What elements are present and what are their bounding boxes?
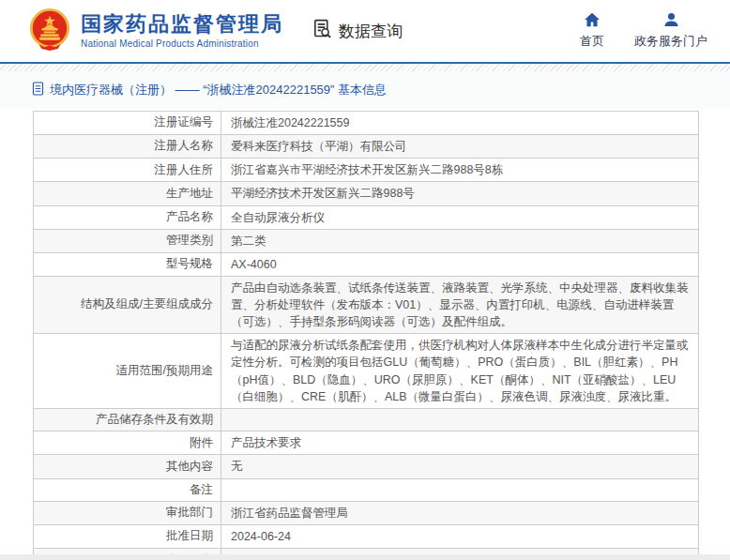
footer-strip xyxy=(0,554,730,560)
row-label-text: 其他内容 xyxy=(166,460,213,473)
table-row: 备注 xyxy=(34,478,699,502)
row-value: 全自动尿液分析仪 xyxy=(221,205,699,229)
row-label-text: 产品储存条件及有效期 xyxy=(96,413,213,426)
table-row: 结构及组成/主要组成成分 产品由自动选条装置、试纸条传送装置、液路装置、光学系统… xyxy=(34,276,699,333)
data-query-button[interactable]: 数据查询 xyxy=(312,18,403,44)
home-icon xyxy=(584,12,601,30)
row-value: AX-4060 xyxy=(221,252,699,276)
row-value: 无 xyxy=(221,455,699,478)
row-label-text: 产品名称 xyxy=(166,210,213,223)
row-value: 浙江省嘉兴市平湖经济技术开发区新兴二路988号8栋 xyxy=(221,159,699,182)
table-row: 适用范围/预期用途 与适配的尿液分析试纸条配套使用，供医疗机构对人体尿液样本中生… xyxy=(34,334,699,409)
table-row: 审批部门 浙江省药品监督管理局 xyxy=(34,502,699,525)
row-label-text: 注册人住所 xyxy=(155,163,214,176)
brand-text: 国家药品监督管理局 National Medical Products Admi… xyxy=(81,13,283,49)
row-label-text: 备注 xyxy=(190,483,213,496)
row-label: 其他内容 xyxy=(34,455,221,478)
row-label-text: 管理类别 xyxy=(166,234,213,247)
nav-portal[interactable]: 政务服务门户 xyxy=(634,12,707,50)
row-value: 浙械注准20242221559 xyxy=(221,112,699,135)
row-label: 批准日期 xyxy=(34,525,221,549)
info-table-body: 注册证编号 浙械注准20242221559 注册人名称 爱科来医疗科技（平湖）有… xyxy=(34,112,699,560)
table-row: 型号规格 AX-4060 xyxy=(34,252,699,276)
table-row: 产品储存条件及有效期 xyxy=(34,408,699,431)
row-value: 平湖经济技术开发区新兴二路988号 xyxy=(221,182,699,205)
data-query-label: 数据查询 xyxy=(339,21,403,42)
row-label-text: 附件 xyxy=(190,436,213,449)
header-hatch-band xyxy=(0,64,730,71)
site-logo[interactable]: 国家药品监督管理局 National Medical Products Admi… xyxy=(28,7,283,55)
nav-home[interactable]: 首页 xyxy=(580,12,604,50)
table-row: 注册人住所 浙江省嘉兴市平湖经济技术开发区新兴二路988号8栋 xyxy=(34,159,699,182)
row-label: 管理类别 xyxy=(34,229,221,252)
document-search-icon xyxy=(312,18,333,44)
site-title: 国家药品监督管理局 xyxy=(81,13,283,36)
site-subtitle: National Medical Products Administration xyxy=(81,38,283,49)
table-row: 管理类别 第二类 xyxy=(34,229,699,252)
breadcrumb: 境内医疗器械（注册） —— “浙械注准20242221559” 基本信息 xyxy=(0,71,730,109)
table-row: 其他内容 无 xyxy=(34,455,699,478)
row-label: 备注 xyxy=(34,478,221,502)
row-label: 注册人名称 xyxy=(34,135,221,159)
row-value xyxy=(221,478,699,502)
row-label: 审批部门 xyxy=(34,502,221,525)
row-value: 产品由自动选条装置、试纸条传送装置、液路装置、光学系统、中央处理器、废料收集装置… xyxy=(221,276,699,333)
national-emblem-icon xyxy=(28,7,71,55)
row-label: 结构及组成/主要组成成分 xyxy=(34,276,221,333)
row-label: 型号规格 xyxy=(34,252,221,276)
top-nav: 首页 政务服务门户 xyxy=(580,12,713,50)
user-icon xyxy=(663,12,679,30)
row-value: 2024-06-24 xyxy=(221,525,699,549)
site-header: 国家药品监督管理局 National Medical Products Admi… xyxy=(0,0,730,62)
row-value: 产品技术要求 xyxy=(221,431,699,455)
table-row: 附件 产品技术要求 xyxy=(34,431,699,455)
row-label-text: 审批部门 xyxy=(166,506,213,519)
table-row: 生产地址 平湖经济技术开发区新兴二路988号 xyxy=(34,182,699,205)
main-content: 注册证编号 浙械注准20242221559 注册人名称 爱科来医疗科技（平湖）有… xyxy=(0,109,730,560)
breadcrumb-text: 境内医疗器械（注册） —— “浙械注准20242221559” 基本信息 xyxy=(50,82,387,98)
row-label: 注册证编号 xyxy=(34,112,221,135)
row-label-text: 结构及组成/主要组成成分 xyxy=(81,297,213,310)
row-label-text: 注册证编号 xyxy=(155,115,214,129)
table-row: 注册证编号 浙械注准20242221559 xyxy=(34,112,699,135)
row-label-text: 注册人名称 xyxy=(155,139,214,152)
table-row: 批准日期 2024-06-24 xyxy=(34,525,699,549)
document-icon xyxy=(32,82,44,98)
row-label-text: 型号规格 xyxy=(166,257,213,270)
nav-portal-label: 政务服务门户 xyxy=(634,33,707,50)
row-label: 适用范围/预期用途 xyxy=(34,334,221,409)
row-value xyxy=(221,408,699,431)
row-value: 爱科来医疗科技（平湖）有限公司 xyxy=(221,135,699,159)
nav-home-label: 首页 xyxy=(580,33,604,50)
table-row: 产品名称 全自动尿液分析仪 xyxy=(34,205,699,229)
page: 国家药品监督管理局 National Medical Products Admi… xyxy=(0,0,730,560)
row-label: 产品名称 xyxy=(34,205,221,229)
row-label: 附件 xyxy=(34,431,221,455)
row-label-text: 生产地址 xyxy=(166,187,213,200)
row-label: 生产地址 xyxy=(34,182,221,205)
row-label: 注册人住所 xyxy=(34,159,221,182)
row-value: 与适配的尿液分析试纸条配套使用，供医疗机构对人体尿液样本中生化成分进行半定量或定… xyxy=(221,334,699,409)
table-row: 注册人名称 爱科来医疗科技（平湖）有限公司 xyxy=(34,135,699,159)
row-label-text: 批准日期 xyxy=(166,529,213,542)
row-label-text: 适用范围/预期用途 xyxy=(116,364,213,377)
row-value: 浙江省药品监督管理局 xyxy=(221,502,699,525)
info-table: 注册证编号 浙械注准20242221559 注册人名称 爱科来医疗科技（平湖）有… xyxy=(33,111,699,560)
row-label: 产品储存条件及有效期 xyxy=(34,408,221,431)
row-value: 第二类 xyxy=(221,229,699,252)
